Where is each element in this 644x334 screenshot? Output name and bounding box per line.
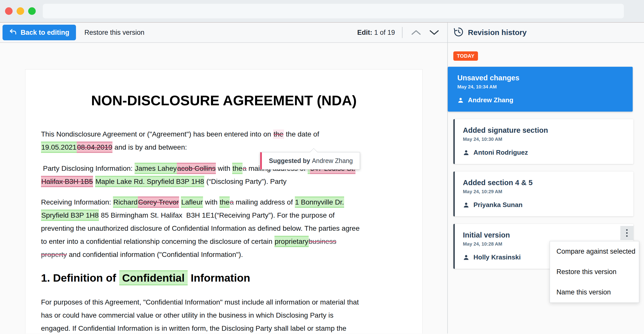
previous-edit-button[interactable] <box>410 29 423 36</box>
revision-options-button[interactable] <box>620 226 633 240</box>
paragraph-intro: This Nondisclosure Agreement or ("Agreem… <box>41 128 407 154</box>
revision-title: Initial version <box>463 231 633 239</box>
deleted-text: property <box>41 251 67 258</box>
url-bar[interactable] <box>43 4 624 18</box>
chevron-down-icon <box>429 30 439 35</box>
document-page: NON-DISCLOSURE AGREEMENT (NDA) This Nond… <box>25 69 423 333</box>
suggested-by-label: Suggested by <box>269 157 310 164</box>
doc-text: to enter into a confidential relationshi… <box>41 238 274 245</box>
menu-item-name-this-version[interactable]: Name this version <box>550 282 639 303</box>
toolbar-divider <box>402 27 403 38</box>
revision-title: Added section 4 & 5 <box>463 179 633 187</box>
doc-text: This Nondisclosure Agreement or ("Agreem… <box>41 130 273 138</box>
back-button-label: Back to editing <box>21 29 69 37</box>
person-icon <box>463 254 469 261</box>
deleted-text: a <box>243 164 247 172</box>
doc-text: with <box>203 198 219 206</box>
kebab-menu-icon <box>626 229 628 237</box>
close-window-button[interactable] <box>5 7 13 15</box>
suggestion-author: Andrew Zhang <box>312 157 353 164</box>
doc-text: preventing the unauthorized disclosure o… <box>41 224 360 232</box>
revision-author: Antoni Rodriguez <box>473 149 528 156</box>
edit-counter-label: Edit: <box>357 29 372 36</box>
deleted-text: Halifax B3H 1B5 <box>41 176 93 187</box>
revision-card-added-signature-section[interactable]: Added signature section May 24, 10:30 AM… <box>453 119 633 164</box>
inserted-text: Richard <box>113 196 138 208</box>
chevron-up-icon <box>411 30 421 35</box>
doc-text: and confidential information ("Confident… <box>67 251 243 258</box>
edit-counter: Edit: 1 of 19 <box>357 29 395 37</box>
back-to-editing-button[interactable]: Back to editing <box>3 25 76 40</box>
deleted-text: the <box>273 129 284 139</box>
edit-counter-value: 1 of 19 <box>374 29 395 36</box>
next-edit-button[interactable] <box>428 29 441 36</box>
revision-title: Added signature section <box>463 126 633 135</box>
doc-text: the date of <box>284 130 319 138</box>
inserted-text: 19.05.2021 <box>41 142 77 153</box>
revision-author: Andrew Zhang <box>468 96 513 104</box>
doc-text: mailing address of <box>234 198 295 206</box>
inserted-text: proprietary <box>274 236 309 247</box>
doc-text: 1. Definition of <box>41 272 119 284</box>
paragraph-definition-body: For purposes of this Agreement, "Confide… <box>41 296 407 333</box>
doc-text: (“Disclosing Party”). Party <box>204 178 287 185</box>
deleted-text: Corey Trevor <box>138 196 179 208</box>
menu-item-restore-this-version[interactable]: Restore this version <box>550 262 639 282</box>
zoom-window-button[interactable] <box>28 7 36 15</box>
doc-text: with <box>216 164 232 172</box>
deleted-text: business <box>309 238 337 245</box>
revision-history-title: Revision history <box>468 28 527 37</box>
inserted-text: Lafleur <box>181 196 203 208</box>
revision-author: Holly Krasinski <box>473 253 521 261</box>
deleted-text: 08.04.2019 <box>77 142 112 153</box>
person-icon <box>463 202 469 208</box>
deleted-text: acob Collins <box>177 163 216 174</box>
inserted-text: Spryfield B3P 1H8 <box>41 210 99 221</box>
doc-text: engaged. If Confidential Information is … <box>41 324 346 332</box>
today-badge: TODAY <box>453 51 478 61</box>
doc-text: has or could have commercial value or ot… <box>41 311 334 319</box>
section-heading-definition: 1. Definition of Confidential Informatio… <box>41 272 407 284</box>
inserted-text: Confidential <box>119 270 188 285</box>
suggestion-tooltip: Suggested by Andrew Zhang <box>260 152 360 170</box>
doc-text: Receiving Information: <box>41 198 113 206</box>
version-toolbar: Back to editing Restore this version Edi… <box>0 23 447 43</box>
inserted-text: the <box>232 163 243 174</box>
deleted-text: a <box>230 198 234 206</box>
menu-item-compare-against-selected[interactable]: Compare against selected <box>550 241 639 262</box>
browser-chrome <box>0 0 644 23</box>
revision-card-added-section-4-5[interactable]: Added section 4 & 5 May 24, 10:29 AM Pri… <box>453 172 633 216</box>
doc-text: and is by and between: <box>112 143 187 151</box>
inserted-text: 1 Bonnyville Dr. <box>295 196 344 208</box>
inserted-text: James Lahey <box>135 163 177 174</box>
revision-title: Unsaved changes <box>457 74 633 82</box>
person-icon <box>463 149 469 156</box>
person-icon <box>457 97 464 104</box>
revision-context-menu: Compare against selected Restore this ve… <box>550 241 639 303</box>
inserted-text: Maple Lake Rd. Spryfield B3P 1H8 <box>95 176 204 187</box>
revision-author: Priyanka Sunan <box>473 201 522 209</box>
window-controls <box>5 7 36 15</box>
inserted-text: the <box>219 196 230 208</box>
history-clock-icon <box>453 27 464 38</box>
document-area: NON-DISCLOSURE AGREEMENT (NDA) This Nond… <box>0 43 447 333</box>
doc-text: Party Disclosing Information: <box>41 164 135 172</box>
revision-history-header: Revision history <box>448 23 644 43</box>
document-title: NON-DISCLOSURE AGREEMENT (NDA) <box>41 92 407 109</box>
doc-text: 85 Birmingham St. Halifax B3H 1E1(“Recei… <box>99 211 335 219</box>
revision-timestamp: May 24, 10:34 AM <box>457 84 633 90</box>
restore-version-toolbar-button[interactable]: Restore this version <box>85 29 145 37</box>
revision-timestamp: May 24, 10:29 AM <box>463 189 633 194</box>
revision-card-unsaved-changes[interactable]: Unsaved changes May 24, 10:34 AM Andrew … <box>448 67 633 112</box>
return-arrow-icon <box>9 28 17 37</box>
paragraph-receiving-party: Receiving Information: RichardCorey Trev… <box>41 196 407 261</box>
minimize-window-button[interactable] <box>17 7 24 15</box>
doc-text: For purposes of this Agreement, "Confide… <box>41 298 359 306</box>
revision-timestamp: May 24, 10:30 AM <box>463 137 633 142</box>
doc-text: Information <box>188 272 250 284</box>
